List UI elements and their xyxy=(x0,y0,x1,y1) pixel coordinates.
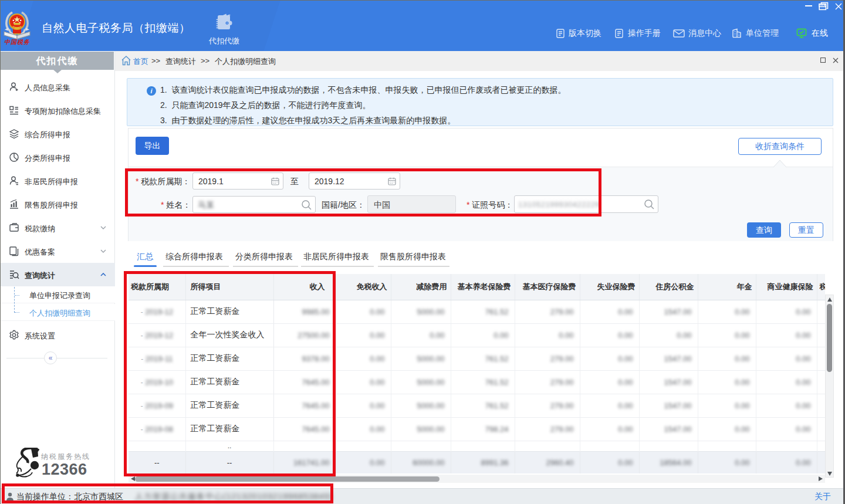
svg-text:中国税务: 中国税务 xyxy=(4,39,30,45)
